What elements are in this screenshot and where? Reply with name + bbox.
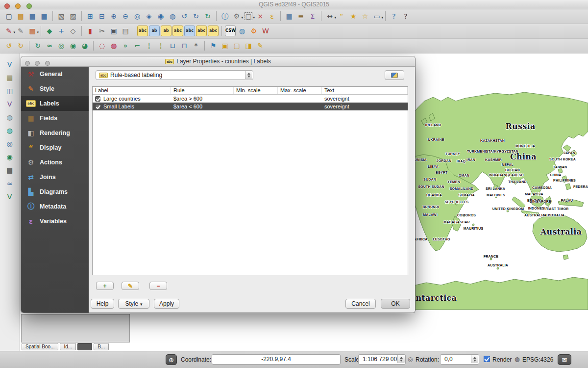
epsg-status-button[interactable]: EPSG:4326	[522, 356, 553, 363]
add-spatialite-layer-button[interactable]: ◍	[4, 112, 15, 123]
reshape-features-button[interactable]: ⌐	[132, 40, 143, 51]
zoom-out-button[interactable]: ⊖	[120, 11, 131, 22]
style-menu-button[interactable]: Style▾	[118, 299, 149, 309]
new-bookmark-button[interactable]: ★	[348, 11, 359, 22]
show-bookmarks-button[interactable]: ☆	[360, 11, 370, 22]
scale-lock-icon[interactable]: ◎	[408, 356, 413, 363]
ok-button[interactable]: OK	[381, 299, 410, 309]
add-part-button[interactable]: ◉	[68, 40, 78, 51]
project-save-button[interactable]: ▦	[27, 11, 38, 22]
simplify-feature-button[interactable]: ≈	[44, 40, 55, 51]
project-new-button[interactable]: ▢	[3, 11, 14, 22]
delete-ring-button[interactable]: ◌	[97, 40, 107, 51]
pan-to-selection-button[interactable]: ⊟	[97, 11, 107, 22]
edit-rule-button[interactable]: ✎	[122, 282, 139, 290]
table-header-max-scale[interactable]: Max. scale	[278, 87, 322, 94]
sidebar-item-variables[interactable]: εVariables	[21, 214, 89, 229]
layer-labeling-options-button[interactable]: abc	[137, 26, 148, 36]
move-label-button[interactable]: abc	[184, 26, 195, 36]
panel-tab-2[interactable]	[77, 343, 92, 350]
table-row[interactable]: Small Labels$area < 600sovereignt	[93, 103, 408, 110]
panel-tab-id-[interactable]: Id...	[60, 343, 76, 350]
zoom-to-layer-button[interactable]: ◍	[167, 11, 178, 22]
extent-toggle-button[interactable]: ⊕	[166, 354, 177, 365]
geometry-checker-button[interactable]: ⚙	[248, 26, 259, 36]
show-statistics-button[interactable]: Σ	[307, 11, 318, 22]
sidebar-item-fields[interactable]: ▦Fields	[21, 111, 89, 126]
add-wms-layer-button[interactable]: ◍	[4, 125, 15, 136]
merge-feature-attributes-button[interactable]: ⊓	[179, 40, 190, 51]
zoom-last-button[interactable]: ↺	[179, 11, 190, 22]
measure-line-button[interactable]: ↔▾	[324, 11, 335, 22]
undo-button[interactable]: ↺	[3, 40, 14, 51]
node-tool-button[interactable]: ◇	[68, 26, 78, 36]
offset-curve-button[interactable]: »	[120, 40, 131, 51]
split-parts-button[interactable]: ¦	[155, 40, 166, 51]
messages-log-button[interactable]: ✉	[558, 354, 571, 365]
trace-digitizing-button[interactable]: ⚑	[208, 40, 219, 51]
automated-placement-settings-button[interactable]	[385, 70, 404, 80]
sidebar-item-joins[interactable]: ⇄Joins	[21, 170, 89, 184]
rotation-input[interactable]: 0,0	[440, 354, 479, 365]
add-gpx-layer-button[interactable]: ≈	[4, 178, 15, 189]
zoom-full-button[interactable]: ◈	[144, 11, 154, 22]
rule-enabled-checkbox[interactable]	[95, 104, 100, 109]
table-header-label[interactable]: Label	[93, 87, 171, 94]
select-by-expression-button[interactable]: ε	[267, 11, 277, 22]
run-feature-action-button[interactable]: ⚙▾	[231, 11, 242, 22]
delete-selected-button[interactable]: ▮	[85, 26, 96, 36]
zoom-to-selection-button[interactable]: ◉	[155, 11, 166, 22]
current-edits-button[interactable]: ✎▾	[3, 26, 14, 36]
table-row[interactable]: Large countries$area > 600sovereignt	[93, 95, 408, 103]
table-header-min-scale[interactable]: Min. scale	[234, 87, 278, 94]
pin-labels-button[interactable]: ▣	[220, 40, 230, 51]
new-virtual-layer-button[interactable]: V	[4, 191, 15, 202]
sidebar-item-general[interactable]: ⚒General	[21, 67, 89, 81]
merge-features-button[interactable]: ⊔	[167, 40, 178, 51]
add-wcs-layer-button[interactable]: ◎	[4, 138, 15, 149]
composer-manager-button[interactable]: ▨	[68, 11, 78, 22]
apply-button[interactable]: Apply	[154, 299, 179, 309]
delete-part-button[interactable]: ◍	[108, 40, 119, 51]
render-checkbox[interactable]	[484, 356, 490, 362]
save-layer-edits-button[interactable]: ▦▾	[27, 26, 38, 36]
deselect-features-button[interactable]: ×	[255, 11, 266, 22]
change-label-properties-button[interactable]: abc	[208, 26, 219, 36]
zoom-next-button[interactable]: ↻	[191, 11, 201, 22]
unpin-labels-button[interactable]: ▢	[231, 40, 242, 51]
rotate-feature-button[interactable]: ↻	[32, 40, 43, 51]
panel-tab-b-[interactable]: B...	[94, 343, 109, 350]
add-raster-layer-button[interactable]: ▦	[4, 72, 15, 83]
dialog-titlebar[interactable]: abcLayer Properties - countries | Labels	[21, 56, 415, 67]
coordinate-input[interactable]: -220.9,97.4	[212, 354, 341, 365]
paste-features-button[interactable]: ▤	[120, 26, 131, 36]
project-save-as-button[interactable]: ▦	[39, 11, 49, 22]
add-rule-button[interactable]: +	[96, 282, 114, 290]
copy-features-button[interactable]: ▣	[108, 26, 119, 36]
map-refresh-button[interactable]: ↻	[202, 11, 213, 22]
wkt-tool-button[interactable]: W	[260, 26, 271, 36]
identify-features-button[interactable]: ⓘ	[220, 11, 230, 22]
highlight-pinned-labels-button[interactable]: abc	[172, 26, 183, 36]
remove-rule-button[interactable]: −	[149, 282, 167, 290]
help-contents-button[interactable]: ?	[389, 11, 399, 22]
help-button[interactable]: Help	[91, 299, 114, 309]
rotate-point-symbols-button[interactable]: *	[191, 40, 201, 51]
add-vector-layer-button[interactable]: V	[4, 59, 15, 70]
rotate-label-button[interactable]: abc	[196, 26, 207, 36]
sidebar-item-metadata[interactable]: ⓘMetadata	[21, 199, 89, 214]
new-print-composer-button[interactable]: ▧	[56, 11, 67, 22]
pan-map-button[interactable]: ⊞	[85, 11, 96, 22]
metasearch-button[interactable]: ◍	[237, 26, 247, 36]
zoom-in-button[interactable]: ⊕	[108, 11, 119, 22]
whats-this-button[interactable]: ?	[400, 11, 411, 22]
toggle-editing-button[interactable]: ✎	[15, 26, 26, 36]
zoom-native-button[interactable]: ◎	[132, 11, 143, 22]
split-features-button[interactable]: ¦	[144, 40, 154, 51]
labeling-mode-dropdown[interactable]: abcRule-based labeling	[96, 70, 253, 80]
add-database-layer-button[interactable]: ◫	[4, 85, 15, 96]
sidebar-item-labels[interactable]: abcLabels	[21, 96, 89, 111]
redo-button[interactable]: ↻	[15, 40, 26, 51]
table-header-rule[interactable]: Rule	[171, 87, 234, 94]
add-feature-button[interactable]: ◆	[44, 26, 55, 36]
